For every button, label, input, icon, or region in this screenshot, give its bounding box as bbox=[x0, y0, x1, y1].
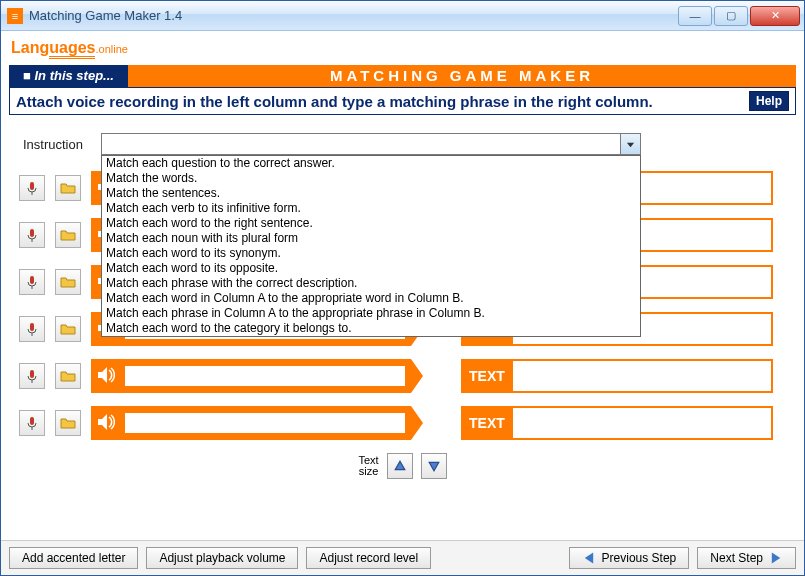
text-size-up-button[interactable] bbox=[387, 453, 413, 479]
record-button[interactable] bbox=[19, 410, 45, 436]
record-button[interactable] bbox=[19, 175, 45, 201]
open-file-button[interactable] bbox=[55, 316, 81, 342]
audio-slot bbox=[91, 359, 411, 393]
audio-field[interactable] bbox=[125, 366, 405, 386]
instruction-text: Attach voice recording in the left colum… bbox=[16, 93, 749, 110]
next-step-button[interactable]: Next Step bbox=[697, 547, 796, 569]
instruction-bar: Attach voice recording in the left colum… bbox=[9, 87, 796, 115]
app-window: ≡ Matching Game Maker 1.4 — ▢ ✕ Language… bbox=[0, 0, 805, 576]
open-file-button[interactable] bbox=[55, 222, 81, 248]
instruction-combobox[interactable] bbox=[101, 133, 641, 155]
text-size-controls: Textsize bbox=[303, 453, 503, 479]
app-icon: ≡ bbox=[7, 8, 23, 24]
audio-slot bbox=[91, 406, 411, 440]
window-title: Matching Game Maker 1.4 bbox=[29, 8, 678, 23]
text-field[interactable] bbox=[513, 406, 773, 440]
add-accented-letter-button[interactable]: Add accented letter bbox=[9, 547, 138, 569]
svg-marker-0 bbox=[627, 142, 634, 147]
instruction-input[interactable] bbox=[102, 134, 620, 154]
svg-marker-22 bbox=[772, 552, 780, 563]
text-size-label: Textsize bbox=[358, 455, 378, 477]
adjust-playback-volume-button[interactable]: Adjust playback volume bbox=[146, 547, 298, 569]
svg-marker-19 bbox=[395, 461, 405, 469]
match-row: TEXT bbox=[19, 359, 786, 393]
dropdown-option[interactable]: Match each verb to its infinitive form. bbox=[102, 201, 640, 216]
open-file-button[interactable] bbox=[55, 410, 81, 436]
chevron-down-icon[interactable] bbox=[620, 134, 640, 154]
dropdown-option[interactable]: Match each word to its synonym. bbox=[102, 246, 640, 261]
footer-bar: Add accented letter Adjust playback volu… bbox=[1, 540, 804, 575]
open-file-button[interactable] bbox=[55, 363, 81, 389]
svg-rect-16 bbox=[30, 417, 34, 425]
title-bar: ≡ Matching Game Maker 1.4 — ▢ ✕ bbox=[1, 1, 804, 31]
record-button[interactable] bbox=[19, 316, 45, 342]
text-badge: TEXT bbox=[461, 406, 513, 440]
dropdown-option[interactable]: Match the sentences. bbox=[102, 186, 640, 201]
open-file-button[interactable] bbox=[55, 175, 81, 201]
dropdown-option[interactable]: Match each phrase in Column A to the app… bbox=[102, 306, 640, 321]
svg-rect-10 bbox=[30, 323, 34, 331]
dropdown-option[interactable]: Match the words. bbox=[102, 171, 640, 186]
step-indicator: ■ In this step... bbox=[9, 65, 128, 87]
match-row: TEXT bbox=[19, 406, 786, 440]
app-title: MATCHING GAME MAKER bbox=[128, 65, 796, 87]
audio-field[interactable] bbox=[125, 413, 405, 433]
previous-step-button[interactable]: Previous Step bbox=[569, 547, 690, 569]
dropdown-option[interactable]: Match each question to the correct answe… bbox=[102, 156, 640, 171]
text-badge: TEXT bbox=[461, 359, 513, 393]
svg-rect-4 bbox=[30, 229, 34, 237]
svg-rect-13 bbox=[30, 370, 34, 378]
dropdown-option[interactable]: Match each word to its opposite. bbox=[102, 261, 640, 276]
svg-rect-7 bbox=[30, 276, 34, 284]
svg-marker-18 bbox=[98, 414, 107, 430]
speaker-icon[interactable] bbox=[97, 365, 119, 388]
dropdown-option[interactable]: Match each phrase with the correct descr… bbox=[102, 276, 640, 291]
dropdown-option[interactable]: Match each word to the category it belon… bbox=[102, 321, 640, 336]
adjust-record-level-button[interactable]: Adjust record level bbox=[306, 547, 431, 569]
instruction-dropdown[interactable]: Match each question to the correct answe… bbox=[101, 155, 641, 337]
minimize-button[interactable]: — bbox=[678, 6, 712, 26]
svg-marker-20 bbox=[429, 462, 439, 470]
record-button[interactable] bbox=[19, 363, 45, 389]
dropdown-option[interactable]: Match each word in Column A to the appro… bbox=[102, 291, 640, 306]
header-strip: ■ In this step... MATCHING GAME MAKER bbox=[9, 65, 796, 87]
help-button[interactable]: Help bbox=[749, 91, 789, 111]
close-button[interactable]: ✕ bbox=[750, 6, 800, 26]
speaker-icon[interactable] bbox=[97, 412, 119, 435]
text-size-down-button[interactable] bbox=[421, 453, 447, 479]
dropdown-option[interactable]: Match each word to the right sentence. bbox=[102, 216, 640, 231]
instruction-label: Instruction bbox=[19, 137, 93, 152]
open-file-button[interactable] bbox=[55, 269, 81, 295]
arrow-right-icon bbox=[769, 551, 783, 565]
dropdown-option[interactable]: Match each noun with its plural form bbox=[102, 231, 640, 246]
maximize-button[interactable]: ▢ bbox=[714, 6, 748, 26]
arrow-left-icon bbox=[582, 551, 596, 565]
svg-rect-1 bbox=[30, 182, 34, 190]
text-field[interactable] bbox=[513, 359, 773, 393]
logo: Languages.online bbox=[11, 39, 128, 57]
logo-bar: Languages.online bbox=[1, 31, 804, 61]
record-button[interactable] bbox=[19, 222, 45, 248]
svg-marker-15 bbox=[98, 367, 107, 383]
main-area: Instruction Match each question to the c… bbox=[1, 115, 804, 540]
svg-marker-21 bbox=[584, 552, 592, 563]
record-button[interactable] bbox=[19, 269, 45, 295]
